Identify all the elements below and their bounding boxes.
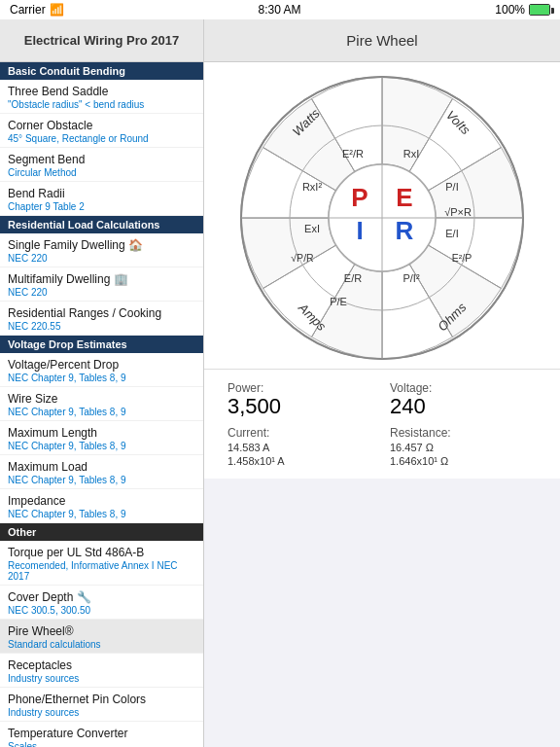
menu-item-segment-bend[interactable]: Segment Bend Circular Method	[0, 148, 203, 182]
section-header-conduit: Basic Conduit Bending	[0, 62, 203, 80]
menu-subtitle: Recomended, Informative Annex I NEC 2017	[8, 560, 195, 582]
carrier-label: Carrier	[10, 3, 46, 17]
voltage-field: Voltage: 240	[382, 377, 544, 422]
status-right: 100%	[495, 3, 550, 17]
menu-item-single-family[interactable]: Single Family Dwelling 🏠 NEC 220	[0, 233, 203, 267]
power-value: 3,500	[228, 395, 374, 418]
menu-title: Impedance	[8, 494, 195, 508]
svg-text:E/I: E/I	[445, 228, 458, 239]
current-line2: 1.458x10¹ A	[228, 455, 374, 467]
power-label: Power:	[228, 381, 374, 395]
current-field: Current: 14.583 A 1.458x10¹ A	[220, 422, 382, 471]
menu-item-pire-wheel[interactable]: Pire Wheel® Standard calculations	[0, 620, 203, 654]
menu-title: Torque per UL Std 486A-B	[8, 546, 195, 559]
svg-text:P/I: P/I	[445, 181, 458, 193]
svg-text:√P/R: √P/R	[291, 252, 314, 264]
menu-title: Corner Obstacle	[8, 119, 195, 132]
menu-title: Three Bend Saddle	[8, 85, 195, 98]
svg-text:R: R	[396, 216, 414, 245]
voltage-label: Voltage:	[390, 381, 537, 395]
resistance-field: Resistance: 16.457 Ω 1.646x10¹ Ω	[382, 422, 544, 471]
menu-item-temp-converter[interactable]: Temperature Converter Scales	[0, 722, 203, 747]
svg-text:E: E	[396, 183, 412, 212]
svg-text:E/R: E/R	[344, 272, 362, 284]
menu-subtitle: Circular Method	[8, 167, 195, 178]
menu-item-impedance[interactable]: Impedance NEC Chapter 9, Tables 8, 9	[0, 489, 203, 523]
menu-subtitle: NEC Chapter 9, Tables 8, 9	[8, 509, 195, 519]
menu-item-three-bend-saddle[interactable]: Three Bend Saddle "Obstacle radius" < be…	[0, 80, 203, 114]
svg-text:E²/P: E²/P	[452, 252, 472, 264]
menu-title: Maximum Length	[8, 426, 195, 440]
svg-text:RxI²: RxI²	[302, 181, 323, 193]
menu-subtitle: Scales	[8, 741, 195, 747]
menu-subtitle: NEC Chapter 9, Tables 8, 9	[8, 441, 195, 451]
menu-subtitle: NEC Chapter 9, Tables 8, 9	[8, 475, 195, 485]
menu-title: Multifamily Dwelling 🏢	[8, 272, 195, 286]
section-header-other: Other	[0, 523, 203, 541]
status-time: 8:30 AM	[258, 3, 300, 17]
svg-text:P/I²: P/I²	[402, 272, 419, 284]
battery-icon	[529, 4, 550, 16]
svg-text:P: P	[351, 183, 368, 212]
menu-item-bend-radii[interactable]: Bend Radii Chapter 9 Table 2	[0, 182, 203, 216]
menu-subtitle: NEC 220.55	[8, 321, 195, 332]
app-title: Electrical Wiring Pro 2017	[0, 19, 204, 61]
menu-item-multifamily[interactable]: Multifamily Dwelling 🏢 NEC 220	[0, 267, 203, 302]
svg-text:ExI: ExI	[304, 223, 320, 234]
menu-subtitle: 45° Square, Rectangle or Round	[8, 133, 195, 144]
wheel-container: Watts Volts Amps Ohms E²/R RxI RxI² ExI …	[204, 62, 560, 369]
menu-subtitle: Chapter 9 Table 2	[8, 201, 195, 212]
menu-item-max-load[interactable]: Maximum Load NEC Chapter 9, Tables 8, 9	[0, 455, 203, 489]
right-panel: Watts Volts Amps Ohms E²/R RxI RxI² ExI …	[204, 62, 560, 747]
menu-title: Pire Wheel®	[8, 624, 195, 638]
svg-text:√P×R: √P×R	[444, 206, 472, 218]
page-title: Pire Wheel	[204, 19, 560, 61]
menu-item-torque[interactable]: Torque per UL Std 486A-B Recomended, Inf…	[0, 541, 203, 586]
menu-item-voltage-percent[interactable]: Voltage/Percent Drop NEC Chapter 9, Tabl…	[0, 353, 203, 387]
menu-subtitle: NEC Chapter 9, Tables 8, 9	[8, 407, 195, 417]
data-grid: Power: 3,500 Voltage: 240 Current: 14.58…	[204, 369, 560, 479]
menu-title: Phone/Ethernet Pin Colors	[8, 693, 195, 706]
menu-item-phone-pin[interactable]: Phone/Ethernet Pin Colors Industry sourc…	[0, 688, 203, 722]
voltage-value: 240	[390, 395, 537, 418]
menu-item-corner-obstacle[interactable]: Corner Obstacle 45° Square, Rectangle or…	[0, 114, 203, 148]
menu-item-ranges-cooking[interactable]: Residential Ranges / Cooking NEC 220.55	[0, 302, 203, 336]
menu-title: Receptacles	[8, 658, 195, 672]
section-header-residential: Residential Load Calculations	[0, 216, 203, 233]
status-left: Carrier 📶	[10, 3, 64, 17]
wifi-icon: 📶	[50, 3, 64, 17]
menu-title: Residential Ranges / Cooking	[8, 306, 195, 320]
section-header-voltage: Voltage Drop Estimates	[0, 336, 203, 353]
menu-subtitle: NEC 220	[8, 253, 195, 264]
menu-title: Cover Depth 🔧	[8, 590, 195, 604]
menu-title: Maximum Load	[8, 460, 195, 474]
title-bar: Electrical Wiring Pro 2017 Pire Wheel	[0, 19, 560, 62]
menu-item-cover-depth[interactable]: Cover Depth 🔧 NEC 300.5, 300.50	[0, 586, 203, 620]
menu-subtitle: NEC 220	[8, 287, 195, 298]
resistance-line1: 16.457 Ω	[390, 442, 537, 453]
menu-title: Temperature Converter	[8, 727, 195, 740]
resistance-line2: 1.646x10¹ Ω	[390, 455, 537, 467]
power-field: Power: 3,500	[220, 377, 382, 422]
pire-wheel-svg: Watts Volts Amps Ohms E²/R RxI RxI² ExI …	[236, 72, 528, 364]
current-label: Current:	[228, 426, 374, 440]
sidebar[interactable]: Basic Conduit Bending Three Bend Saddle …	[0, 62, 204, 747]
status-bar: Carrier 📶 8:30 AM 100%	[0, 0, 560, 19]
menu-title: Single Family Dwelling 🏠	[8, 238, 195, 252]
menu-subtitle: Industry sources	[8, 707, 195, 718]
menu-item-receptacles[interactable]: Receptacles Industry sources	[0, 654, 203, 688]
menu-subtitle: NEC 300.5, 300.50	[8, 605, 195, 616]
main-content: Basic Conduit Bending Three Bend Saddle …	[0, 62, 560, 747]
menu-item-max-length[interactable]: Maximum Length NEC Chapter 9, Tables 8, …	[0, 421, 203, 455]
menu-title: Voltage/Percent Drop	[8, 358, 195, 372]
menu-title: Segment Bend	[8, 153, 195, 166]
svg-text:E²/R: E²/R	[342, 148, 364, 160]
current-line1: 14.583 A	[228, 442, 374, 453]
svg-text:P/E: P/E	[330, 296, 347, 307]
battery-percent: 100%	[495, 3, 525, 17]
resistance-label: Resistance:	[390, 426, 537, 440]
menu-title: Bend Radii	[8, 187, 195, 200]
menu-subtitle: Standard calculations	[8, 639, 195, 650]
menu-item-wire-size[interactable]: Wire Size NEC Chapter 9, Tables 8, 9	[0, 387, 203, 421]
menu-subtitle: "Obstacle radius" < bend radius	[8, 99, 195, 110]
